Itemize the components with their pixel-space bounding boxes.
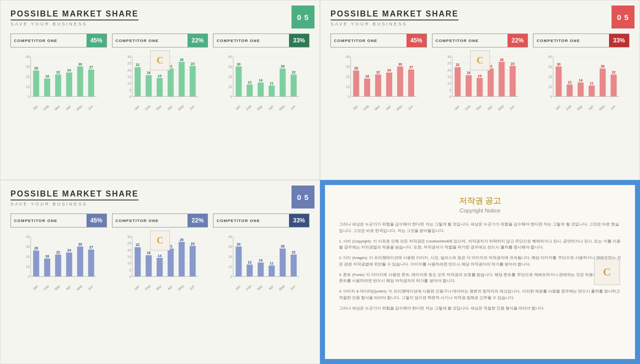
svg-text:22: 22 [136, 63, 140, 66]
svg-text:Apr: Apr [166, 284, 174, 290]
svg-text:26: 26 [354, 66, 358, 70]
svg-text:Mar: Mar [374, 104, 381, 110]
svg-text:20: 20 [127, 248, 131, 252]
svg-rect-235 [146, 255, 152, 276]
svg-text:May: May [278, 104, 286, 110]
svg-text:26: 26 [500, 58, 504, 62]
panel-title: POSSIBLE MARKET SHARE [330, 10, 458, 20]
svg-rect-277 [291, 254, 297, 276]
copyright-body-1: 그러나 세상은 누군가가 위험을 감수해야 한다면 저는 그렇게 할 것입니다.… [339, 222, 621, 234]
svg-text:10: 10 [346, 85, 350, 88]
svg-text:11: 11 [270, 262, 274, 265]
svg-rect-138 [454, 67, 460, 96]
competitor-pct-bottom: 33% [289, 214, 309, 227]
svg-text:30: 30 [127, 55, 131, 58]
svg-rect-247 [190, 246, 196, 276]
svg-text:22: 22 [612, 70, 616, 74]
svg-rect-19 [66, 72, 72, 96]
svg-text:Jan: Jan [234, 284, 241, 290]
svg-text:26: 26 [180, 238, 184, 242]
svg-text:30: 30 [447, 55, 451, 58]
svg-text:15: 15 [447, 75, 451, 78]
competitor-badge-bottom-2: COMPETITOR ONE 33% [213, 214, 310, 228]
svg-text:26: 26 [34, 66, 38, 70]
svg-text:0: 0 [230, 275, 232, 278]
svg-text:23: 23 [190, 62, 194, 66]
svg-text:26: 26 [180, 58, 184, 62]
svg-rect-56 [178, 62, 184, 96]
svg-rect-119 [408, 70, 414, 96]
svg-rect-116 [397, 66, 403, 96]
svg-text:May: May [598, 104, 606, 110]
svg-text:May: May [76, 284, 83, 290]
svg-text:5: 5 [129, 88, 131, 92]
chart-block-bottom-2: COMPETITOR ONE 33% 01020304030Jan12Feb14… [213, 214, 310, 290]
competitor-label: COMPETITOR ONE [331, 38, 406, 43]
svg-text:40: 40 [346, 55, 350, 58]
competitor-badge-1: COMPETITOR ONE 22% [432, 34, 528, 48]
svg-rect-110 [375, 74, 381, 96]
copyright-body-6: 그러나 세상은 누군가가 위험을 감수해야 한다면 저는 그렇게 할 것입니다.… [339, 306, 621, 312]
svg-text:Mar: Mar [256, 284, 264, 290]
svg-text:12: 12 [568, 80, 572, 84]
svg-text:Mar: Mar [54, 104, 61, 110]
copyright-body-3: 2. 이미 (Images): 이 프리젠테이션에 사용된 이미지, 사진, 일… [339, 255, 621, 268]
svg-text:Jun: Jun [87, 284, 94, 290]
competitor-pct: 22% [508, 34, 528, 47]
svg-text:Apr: Apr [65, 104, 72, 110]
svg-text:18: 18 [45, 254, 49, 258]
competitor-label: COMPETITOR ONE [534, 38, 609, 43]
svg-text:Feb: Feb [246, 104, 252, 110]
svg-text:0: 0 [129, 275, 131, 278]
competitor-pct: 33% [289, 34, 309, 47]
svg-text:25: 25 [127, 242, 131, 245]
svg-rect-86 [280, 68, 286, 96]
svg-text:40: 40 [26, 55, 30, 58]
svg-text:May: May [497, 104, 504, 110]
svg-rect-232 [134, 247, 140, 276]
svg-text:Jan: Jan [32, 284, 38, 290]
svg-rect-74 [236, 66, 242, 96]
svg-rect-244 [178, 242, 184, 276]
svg-text:May: May [177, 284, 184, 290]
svg-text:5: 5 [129, 268, 131, 272]
svg-rect-22 [77, 66, 83, 96]
svg-rect-150 [498, 62, 504, 96]
svg-text:22: 22 [292, 250, 296, 254]
panel-subtitle-bottom: SAVE YOUR BUSINESS [10, 202, 310, 206]
slide-number-blue: 0 5 [292, 186, 314, 208]
svg-text:28: 28 [281, 244, 285, 248]
chart-block-2: COMPETITOR ONE 33% 01020304030Jan12Feb14… [213, 34, 310, 110]
svg-text:22: 22 [292, 70, 296, 74]
svg-rect-180 [600, 68, 606, 96]
svg-text:Apr: Apr [268, 284, 275, 290]
svg-text:0: 0 [550, 95, 552, 98]
svg-rect-50 [156, 78, 162, 96]
svg-text:Feb: Feb [464, 104, 472, 110]
svg-text:30: 30 [346, 65, 350, 68]
svg-rect-168 [556, 66, 562, 96]
svg-rect-174 [578, 82, 584, 96]
svg-text:Feb: Feb [246, 284, 252, 290]
svg-text:22: 22 [56, 250, 60, 254]
svg-text:10: 10 [26, 85, 30, 88]
svg-rect-44 [134, 67, 140, 96]
svg-text:16: 16 [146, 251, 150, 254]
svg-text:26: 26 [34, 246, 38, 250]
svg-rect-198 [33, 250, 39, 276]
svg-rect-271 [269, 266, 275, 276]
svg-rect-104 [353, 70, 359, 96]
panel-subtitle: SAVE YOUR BUSINESS [330, 22, 630, 26]
svg-text:20: 20 [346, 75, 350, 78]
copyright-body-2: 1. 서비 (Copyright): 이 이유로 인해 모든 저작권은 Crea… [339, 238, 621, 252]
svg-text:20: 20 [228, 255, 232, 258]
svg-rect-59 [190, 66, 196, 96]
competitor-label-bottom: COMPETITOR ONE [11, 218, 86, 223]
svg-rect-210 [77, 246, 83, 276]
svg-text:27: 27 [89, 66, 93, 69]
logo-watermark: C [470, 50, 490, 70]
svg-text:10: 10 [228, 265, 232, 268]
svg-text:14: 14 [158, 254, 162, 258]
svg-rect-268 [258, 262, 264, 276]
copyright-logo: C [594, 259, 620, 285]
